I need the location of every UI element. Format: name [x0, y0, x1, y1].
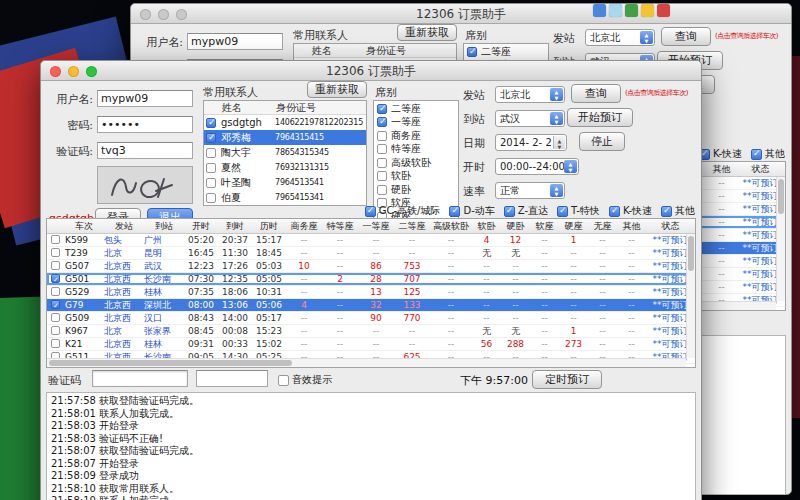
vertical-scrollbar[interactable]: [686, 234, 695, 358]
scrollbar-thumb[interactable]: [49, 360, 292, 366]
menubar-app-icon[interactable]: [609, 4, 622, 17]
train-col-header[interactable]: 发站: [104, 219, 144, 233]
train-checkbox[interactable]: [51, 261, 60, 270]
seat-type-item[interactable]: 硬卧: [377, 183, 455, 197]
contact-checkbox[interactable]: [206, 118, 216, 128]
vertical-scrollbar[interactable]: [776, 177, 785, 301]
seat-checkbox[interactable]: [377, 117, 387, 127]
seat-checkbox[interactable]: [377, 131, 387, 141]
depart-time-select[interactable]: 00:00--24:00 ▲▼: [495, 158, 579, 175]
close-button[interactable]: [50, 66, 61, 77]
train-row[interactable]: K967北京张家界08:4500:0815:23----------无无--1-…: [47, 325, 695, 338]
train-col-header[interactable]: 二等座: [394, 219, 430, 233]
minimize-button[interactable]: [68, 66, 79, 77]
query-button[interactable]: 查询: [571, 84, 621, 103]
train-row[interactable]: K599包头广州05:2020:3715:17----------412--1-…: [47, 234, 695, 247]
filter-checkbox[interactable]: [557, 206, 568, 217]
captcha-image[interactable]: [97, 166, 193, 204]
filter-checkbox[interactable]: [449, 206, 460, 217]
train-type-filter[interactable]: 其他: [661, 204, 695, 218]
contact-checkbox[interactable]: [206, 193, 216, 203]
filter-checkbox[interactable]: [751, 149, 762, 160]
train-col-header[interactable]: 特等座: [322, 219, 358, 233]
zoom-button[interactable]: [176, 9, 187, 20]
contact-checkbox[interactable]: [206, 133, 216, 143]
contact-row[interactable]: 叶圣陶 7964513541: [204, 175, 366, 190]
train-col-header[interactable]: 一等座: [358, 219, 394, 233]
username-input[interactable]: mypw09: [187, 33, 283, 50]
filter-checkbox[interactable]: [504, 206, 515, 217]
from-station-select[interactable]: 北京北 ▲▼: [495, 86, 565, 103]
seat-type-item[interactable]: 软卧: [377, 170, 455, 184]
train-row[interactable]: G501北京西长沙南07:3012:3505:05--228707-------…: [47, 273, 695, 286]
train-type-filter[interactable]: T-特快: [557, 204, 600, 218]
train-col-header[interactable]: 车次: [64, 219, 104, 233]
train-checkbox[interactable]: [51, 313, 60, 322]
log-area[interactable]: 21:57:58 获取登陆验证码完成。21:58:01 联系人加载完成。21:5…: [46, 392, 696, 500]
contact-row[interactable]: 夏然 76932131315: [204, 160, 366, 175]
menubar-app-icon[interactable]: [593, 4, 606, 17]
train-col-header[interactable]: 软卧: [472, 219, 501, 233]
sound-checkbox[interactable]: [278, 375, 289, 386]
train-col-header[interactable]: 硬卧: [501, 219, 530, 233]
close-button[interactable]: [140, 9, 151, 20]
train-col-header[interactable]: 到站: [144, 219, 184, 233]
from-station-select[interactable]: 北京北 ▲▼: [585, 29, 655, 46]
train-col-header[interactable]: 其他: [707, 162, 736, 176]
captcha-display-box[interactable]: [196, 370, 268, 387]
scrollbar-thumb[interactable]: [778, 179, 784, 214]
train-row[interactable]: T239北京昆明16:4511:3018:45----------无无-----…: [47, 247, 695, 260]
seat-type-item[interactable]: 高级软卧: [377, 156, 455, 170]
contact-row[interactable]: 陶大宇 78654315345: [204, 145, 366, 160]
train-col-header[interactable]: 软座: [530, 219, 559, 233]
date-field[interactable]: 2014- 2- 2 ▲▼: [495, 134, 567, 151]
seat-checkbox[interactable]: [377, 171, 387, 181]
train-checkbox[interactable]: [51, 235, 60, 244]
train-row[interactable]: K21北京西桂林09:3100:3315:02----------56288--…: [47, 338, 695, 351]
seat-checkbox[interactable]: [377, 144, 387, 154]
contact-checkbox[interactable]: [206, 178, 216, 188]
password-input[interactable]: ••••••: [97, 116, 193, 133]
filter-checkbox[interactable]: [661, 206, 672, 217]
train-row[interactable]: G79北京西深圳北08:0013:0605:064--32133--------…: [47, 299, 695, 312]
sound-toggle[interactable]: 音效提示: [278, 373, 332, 387]
train-type-filter[interactable]: K-快速: [699, 147, 742, 161]
train-checkbox[interactable]: [51, 274, 60, 283]
train-col-header[interactable]: 无座: [588, 219, 617, 233]
train-checkbox[interactable]: [51, 326, 60, 335]
train-col-header[interactable]: 开时: [184, 219, 218, 233]
train-type-filter[interactable]: K-快速: [609, 204, 652, 218]
train-type-filter[interactable]: Z-直达: [504, 204, 548, 218]
seat-type-item[interactable]: 商务座: [377, 129, 455, 143]
train-type-filter[interactable]: GC-高铁/城际: [365, 204, 441, 218]
refresh-contacts-button[interactable]: 重新获取: [307, 81, 367, 98]
seat-checkbox[interactable]: [377, 104, 387, 114]
menubar-app-icon[interactable]: [641, 4, 654, 17]
zoom-button[interactable]: [86, 66, 97, 77]
train-col-header[interactable]: 状态: [736, 162, 785, 176]
train-col-header[interactable]: 其他: [617, 219, 646, 233]
menubar-app-icon[interactable]: [657, 4, 670, 17]
scrollbar-thumb[interactable]: [688, 236, 694, 271]
train-col-header[interactable]: 到时: [218, 219, 252, 233]
train-col-header[interactable]: 硬座: [559, 219, 588, 233]
filter-checkbox[interactable]: [365, 206, 376, 217]
contact-checkbox[interactable]: [206, 148, 216, 158]
seat-type-item[interactable]: 一等座: [377, 116, 455, 130]
window-titlebar[interactable]: 12306 订票助手: [131, 4, 791, 24]
contact-row[interactable]: 伯夏 7965415341: [204, 190, 366, 205]
refresh-contacts-button[interactable]: 重新获取: [397, 24, 457, 41]
username-input[interactable]: mypw09: [97, 90, 193, 107]
train-row[interactable]: G507北京西武汉12:2317:2605:0310--86753-------…: [47, 260, 695, 273]
train-checkbox[interactable]: [51, 339, 60, 348]
menubar-app-icon[interactable]: [625, 4, 638, 17]
query-button[interactable]: 查询: [661, 27, 711, 46]
start-booking-button[interactable]: 开始预订: [567, 108, 633, 127]
train-checkbox[interactable]: [51, 248, 60, 257]
date-stepper-icon[interactable]: ▲▼: [553, 136, 565, 149]
rate-select[interactable]: 正常 ▲▼: [495, 182, 565, 199]
captcha-input[interactable]: tvq3: [97, 142, 193, 159]
horizontal-scrollbar[interactable]: [47, 358, 686, 367]
train-col-header[interactable]: 状态: [646, 219, 695, 233]
contact-checkbox[interactable]: [206, 163, 216, 173]
